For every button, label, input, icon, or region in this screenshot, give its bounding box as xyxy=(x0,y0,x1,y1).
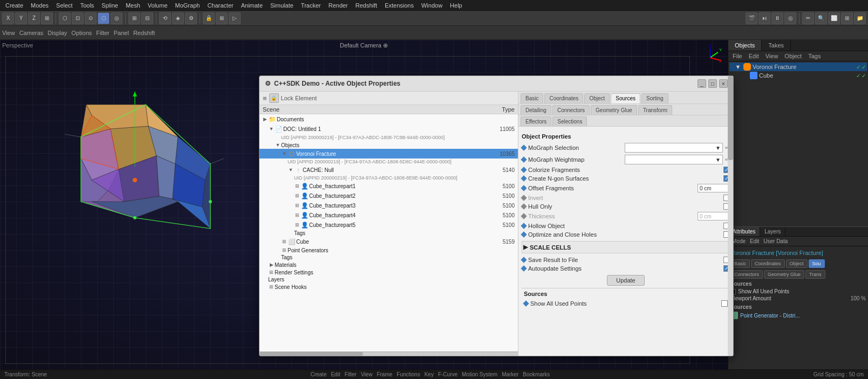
menu-tracker[interactable]: Tracker xyxy=(298,0,324,10)
toolbar-rotate[interactable]: ⊙ xyxy=(85,12,97,24)
toolbar-snap[interactable]: ⊞ xyxy=(128,12,140,24)
sb-motion[interactable]: Motion System xyxy=(462,371,497,377)
menu-create[interactable]: Create xyxy=(2,0,26,10)
dialog-maximize[interactable]: □ xyxy=(708,79,717,88)
tab-sorting[interactable]: Sorting xyxy=(641,93,668,104)
tb2-display[interactable]: Display xyxy=(47,30,67,36)
attr-sub-sou[interactable]: Sou xyxy=(809,259,825,268)
toolbar-gear[interactable]: ⚙ xyxy=(185,12,197,24)
tree-row-part5[interactable]: ⊞ 👤 Cube_fracturepart5 5100 xyxy=(259,220,518,230)
toolbar-y[interactable]: Y xyxy=(15,12,27,24)
tab-detailing[interactable]: Detailing xyxy=(521,105,551,115)
tree-row-tags1[interactable]: Tags xyxy=(259,230,518,237)
update-button[interactable]: Update xyxy=(607,275,644,286)
menu-mesh[interactable]: Mesh xyxy=(122,0,143,10)
toolbar-active[interactable]: ⬡ xyxy=(98,12,110,24)
tab-takes[interactable]: Takes xyxy=(762,40,791,51)
attr-sub-geomglue[interactable]: Geometry Glue xyxy=(764,270,804,279)
dialog-menu-icon[interactable]: ≡ xyxy=(263,94,267,102)
sb-frame[interactable]: Frame xyxy=(377,371,392,377)
sb-functions[interactable]: Functions xyxy=(397,371,420,377)
toolbar-snap3[interactable]: ▷ xyxy=(229,12,241,24)
tree-row-tags2[interactable]: Tags xyxy=(259,254,518,261)
props-scrollbar[interactable] xyxy=(728,76,733,356)
tree-scrollbar[interactable] xyxy=(259,352,518,356)
tree-row-materials[interactable]: ▶ Materials xyxy=(259,261,518,268)
tb2-view[interactable]: View xyxy=(2,30,15,36)
toolbar-z[interactable]: Z xyxy=(28,12,40,24)
rp-file[interactable]: File xyxy=(730,52,744,60)
tb2-options[interactable]: Options xyxy=(71,30,92,36)
tb2-filter[interactable]: Filter xyxy=(96,30,109,36)
tree-row-part4[interactable]: ⊞ 👤 Cube_fracturepart4 5100 xyxy=(259,210,518,220)
tree-voronoi-fracture[interactable]: ▼ Voronoi Fracture ✓ ✓ xyxy=(729,63,867,71)
toolbar-grid[interactable]: ⊞ xyxy=(216,12,228,24)
attr-tab-layers[interactable]: Layers xyxy=(760,227,785,236)
attr-sub-object[interactable]: Object xyxy=(786,259,808,268)
sb-key[interactable]: Key xyxy=(425,371,434,377)
tree-row-layers[interactable]: Layers xyxy=(259,276,518,283)
tree-row-part1[interactable]: ⊞ 👤 Cube_fracturepart1 5100 xyxy=(259,181,518,191)
menu-window[interactable]: Window xyxy=(418,0,446,10)
tree-row-render[interactable]: ⊞ Render Settings xyxy=(259,268,518,276)
toolbar-lock[interactable]: 🔒 xyxy=(203,12,215,24)
toolbar-pencil[interactable]: ✏ xyxy=(802,12,814,24)
menu-extensions[interactable]: Extensions xyxy=(381,0,417,10)
toolbar-box[interactable]: ⬜ xyxy=(828,12,840,24)
input-thickness[interactable] xyxy=(698,212,730,220)
toolbar-move[interactable]: ⬡ xyxy=(59,12,71,24)
tree-row-objects[interactable]: ▼ Objects xyxy=(259,141,518,149)
tab-effectors[interactable]: Effectors xyxy=(521,116,551,126)
sb-fcurve[interactable]: F-Curve xyxy=(438,371,457,377)
menu-volume[interactable]: Volume xyxy=(145,0,171,10)
toolbar-coord[interactable]: ⊞ xyxy=(41,12,53,24)
tab-basic[interactable]: Basic xyxy=(521,93,543,104)
tb2-redshift[interactable]: Redshift xyxy=(133,30,155,36)
tree-cube[interactable]: Cube ✓ ✓ xyxy=(729,71,867,80)
tree-row-uid3[interactable]: UID [APPID 200000219] - [FC34-97A3-ABDC-… xyxy=(259,175,518,181)
dialog-close[interactable]: × xyxy=(719,79,728,88)
menu-mograph[interactable]: MoGraph xyxy=(172,0,203,10)
check-show-all[interactable] xyxy=(721,300,728,307)
tab-transform[interactable]: Transform xyxy=(638,105,672,115)
tab-objects[interactable]: Objects xyxy=(728,40,762,51)
tree-row-part2[interactable]: ⊞ 👤 Cube_fracturepart2 5100 xyxy=(259,191,518,201)
toolbar-scale[interactable]: ⊡ xyxy=(72,12,84,24)
dialog-lock-btn[interactable]: 🔒 xyxy=(269,93,279,103)
menu-select[interactable]: Select xyxy=(53,0,76,10)
sb-create[interactable]: Create xyxy=(310,371,326,377)
tree-row-cube[interactable]: ⊞ ⬜ Cube 5159 xyxy=(259,237,518,246)
toolbar-render-preview[interactable]: ◎ xyxy=(111,12,122,24)
menu-redshift[interactable]: Redshift xyxy=(352,0,380,10)
toolbar-render4[interactable]: ◎ xyxy=(784,12,796,24)
toolbar-render3[interactable]: ⏸ xyxy=(771,12,783,24)
toolbar-x[interactable]: X xyxy=(2,12,14,24)
tree-row-uid1[interactable]: UID [APPID 200000219] - [FC34-97A3-ABDC-… xyxy=(259,134,518,141)
tree-row-doc1[interactable]: ▼ 📄 DOC: Untitled 1 11005 xyxy=(259,124,518,134)
tree-row-voronoi[interactable]: ▼ ⬡ Voronoi Fracture 10365 xyxy=(259,149,518,159)
toolbar-folder[interactable]: 📁 xyxy=(854,12,866,24)
toolbar-snap2[interactable]: ⊟ xyxy=(141,12,153,24)
tab-object[interactable]: Object xyxy=(584,93,610,104)
rp-tags[interactable]: Tags xyxy=(806,52,823,60)
tree-row-uid2[interactable]: UID [APPID 200000219] - [FC34-97A3-ABDC-… xyxy=(259,159,518,165)
menu-tools[interactable]: Tools xyxy=(77,0,98,10)
menu-animate[interactable]: Animate xyxy=(238,0,266,10)
rp-view[interactable]: View xyxy=(763,52,781,60)
sb-view[interactable]: View xyxy=(361,371,373,377)
toolbar-grid2[interactable]: ⊞ xyxy=(841,12,853,24)
tab-geomglue[interactable]: Geometry Glue xyxy=(591,105,637,115)
tree-row-cache[interactable]: ▼ ↑ CACHE: Null 5140 xyxy=(259,165,518,175)
menu-help[interactable]: Help xyxy=(447,0,466,10)
tree-row-documents[interactable]: ▶ 📁 Documents xyxy=(259,114,518,124)
attr-sub-connectors[interactable]: Connectors xyxy=(730,270,763,279)
tree-row-part3[interactable]: ⊞ 👤 Cube_fracturepart3 5100 xyxy=(259,201,518,210)
toolbar-scale2[interactable]: ◈ xyxy=(172,12,184,24)
tab-sources[interactable]: Sources xyxy=(611,93,640,104)
attr-sub-trans[interactable]: Trans xyxy=(805,270,825,279)
tb2-panel[interactable]: Panel xyxy=(114,30,129,36)
attr-sub-coordinates[interactable]: Coordinates xyxy=(751,259,785,268)
tab-selections[interactable]: Selections xyxy=(552,116,587,126)
attr-userdata[interactable]: User Data xyxy=(762,238,789,245)
toolbar-search[interactable]: 🔍 xyxy=(815,12,827,24)
